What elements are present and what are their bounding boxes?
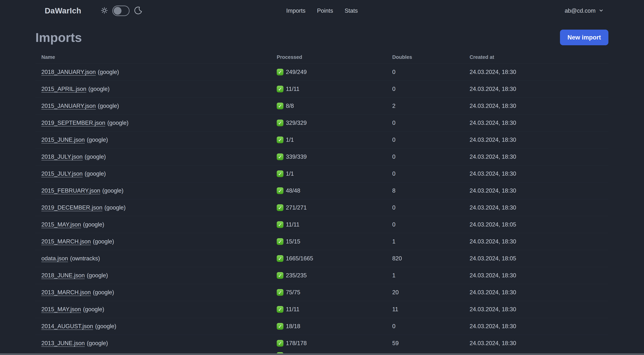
nav-item-stats[interactable]: Stats — [344, 7, 358, 14]
main-content: Imports New import Name Processed Double… — [0, 30, 644, 355]
import-file-link[interactable]: 2015_MAY.json — [41, 221, 81, 228]
table-row: 2015_FEBRUARY.json(google) ✓ 48/48 8 24.… — [36, 182, 608, 199]
import-file-link[interactable]: 2018_JANUARY.json — [41, 69, 96, 75]
import-file-link[interactable]: 2013_MARCH.json — [41, 289, 91, 296]
created-at-cell: 24.03.2024, 18:30 — [470, 69, 608, 75]
import-file-link[interactable]: 2015_JANUARY.json — [41, 103, 96, 109]
check-icon: ✓ — [277, 136, 284, 143]
processed-cell: ✓ 15/15 — [277, 238, 392, 245]
created-at-cell: 24.03.2024, 18:30 — [470, 289, 608, 296]
name-cell: 2018_JUNE.json(google) — [36, 272, 277, 279]
table-row: 2013_MARCH.json(google) ✓ 75/75 20 24.03… — [36, 284, 608, 301]
check-icon: ✓ — [277, 204, 284, 211]
nav-item-imports[interactable]: Imports — [286, 7, 306, 14]
import-source: (owntracks) — [70, 255, 100, 262]
doubles-cell: 0 — [392, 170, 470, 177]
window-bottom-scrollbar[interactable] — [0, 353, 644, 355]
doubles-cell: 11 — [392, 306, 470, 313]
processed-cell: ✓ 249/249 — [277, 69, 392, 75]
doubles-cell: 0 — [392, 120, 470, 126]
processed-count: 8/8 — [286, 103, 294, 109]
processed-count: 18/18 — [286, 323, 300, 330]
processed-cell: ✓ 329/329 — [277, 120, 392, 126]
theme-toggle-knob — [114, 7, 122, 15]
import-file-link[interactable]: 2018_JULY.json — [41, 153, 82, 160]
processed-count: 11/11 — [286, 306, 300, 313]
processed-cell: ✓ 18/18 — [277, 323, 392, 330]
name-cell: 2018_JULY.json(google) — [36, 153, 277, 160]
table-row: 2018_JULY.json(google) ✓ 339/339 0 24.03… — [36, 148, 608, 165]
chevron-down-icon — [598, 8, 604, 14]
import-file-link[interactable]: 2014_AUGUST.json — [41, 323, 93, 330]
name-cell: 2014_AUGUST.json(google) — [36, 323, 277, 330]
import-source: (google) — [87, 272, 108, 279]
brand-logo[interactable]: DaWarIch — [45, 6, 81, 15]
processed-cell: ✓ 8/8 — [277, 103, 392, 109]
column-header-doubles: Doubles — [392, 54, 470, 60]
doubles-cell: 0 — [392, 69, 470, 75]
import-source: (google) — [87, 340, 108, 347]
import-source: (google) — [93, 289, 114, 296]
processed-count: 11/11 — [286, 221, 300, 228]
import-file-link[interactable]: 2018_JUNE.json — [41, 272, 85, 279]
processed-cell: ✓ 235/235 — [277, 272, 392, 279]
theme-toggle[interactable] — [112, 5, 130, 16]
column-header-processed: Processed — [277, 54, 392, 60]
account-menu[interactable]: ab@cd.com — [564, 7, 604, 14]
processed-count: 15/15 — [286, 238, 300, 245]
new-import-button[interactable]: New import — [560, 30, 608, 45]
table-row: 2015_MAY.json(google) ✓ 11/11 11 24.03.2… — [36, 301, 608, 318]
import-file-link[interactable]: 2019_SEPTEMBER.json — [41, 120, 105, 126]
table-row: 2015_JUNE.json(google) ✓ 1/1 0 24.03.202… — [36, 131, 608, 148]
created-at-cell: 24.03.2024, 18:30 — [470, 136, 608, 143]
table-header-row: Name Processed Doubles Created at — [36, 51, 608, 64]
import-file-link[interactable]: 2015_JULY.json — [41, 170, 82, 177]
doubles-cell: 0 — [392, 136, 470, 143]
import-source: (google) — [84, 153, 106, 160]
import-source: (google) — [84, 170, 106, 177]
processed-count: 1/1 — [286, 136, 294, 143]
created-at-cell: 24.03.2024, 18:30 — [470, 340, 608, 347]
created-at-cell: 24.03.2024, 18:30 — [470, 272, 608, 279]
created-at-cell: 24.03.2024, 18:30 — [470, 323, 608, 330]
import-file-link[interactable]: 2019_DECEMBER.json — [41, 204, 102, 211]
table-row: 2014_AUGUST.json(google) ✓ 18/18 0 24.03… — [36, 318, 608, 335]
name-cell: 2018_JANUARY.json(google) — [36, 69, 277, 75]
processed-count: 249/249 — [286, 69, 307, 75]
created-at-cell: 24.03.2024, 18:30 — [470, 204, 608, 211]
sun-icon — [101, 7, 108, 15]
created-at-cell: 24.03.2024, 18:30 — [470, 86, 608, 92]
import-file-link[interactable]: 2015_MAY.json — [41, 306, 81, 313]
check-icon: ✓ — [277, 323, 284, 330]
created-at-cell: 24.03.2024, 18:30 — [470, 306, 608, 313]
import-source: (google) — [93, 238, 114, 245]
doubles-cell: 1 — [392, 272, 470, 279]
doubles-cell: 1 — [392, 238, 470, 245]
navbar: DaWarIch Imports Points — [0, 0, 644, 21]
import-file-link[interactable]: odata.json — [41, 255, 68, 262]
import-file-link[interactable]: 2015_APRIL.json — [41, 86, 86, 92]
name-cell: 2015_JULY.json(google) — [36, 170, 277, 177]
processed-cell: ✓ 11/11 — [277, 86, 392, 92]
created-at-cell: 24.03.2024, 18:30 — [470, 238, 608, 245]
created-at-cell: 24.03.2024, 18:30 — [470, 170, 608, 177]
import-source: (google) — [104, 204, 126, 211]
import-file-link[interactable]: 2015_MARCH.json — [41, 238, 91, 245]
created-at-cell: 24.03.2024, 18:30 — [470, 187, 608, 194]
doubles-cell: 0 — [392, 153, 470, 160]
import-file-link[interactable]: 2015_FEBRUARY.json — [41, 187, 100, 194]
processed-cell: ✓ 75/75 — [277, 289, 392, 296]
column-header-created-at: Created at — [470, 54, 608, 60]
doubles-cell: 0 — [392, 86, 470, 92]
doubles-cell: 0 — [392, 323, 470, 330]
check-icon: ✓ — [277, 221, 284, 228]
table-body: 2018_JANUARY.json(google) ✓ 249/249 0 24… — [36, 64, 608, 352]
imports-table: Name Processed Doubles Created at 2018_J… — [36, 51, 608, 355]
import-file-link[interactable]: 2015_JUNE.json — [41, 136, 85, 143]
nav-item-points[interactable]: Points — [317, 7, 333, 14]
check-icon: ✓ — [277, 340, 284, 347]
import-file-link[interactable]: 2013_JUNE.json — [41, 340, 85, 347]
name-cell: 2015_APRIL.json(google) — [36, 86, 277, 92]
table-row: 2015_APRIL.json(google) ✓ 11/11 0 24.03.… — [36, 81, 608, 98]
doubles-cell: 59 — [392, 340, 470, 347]
